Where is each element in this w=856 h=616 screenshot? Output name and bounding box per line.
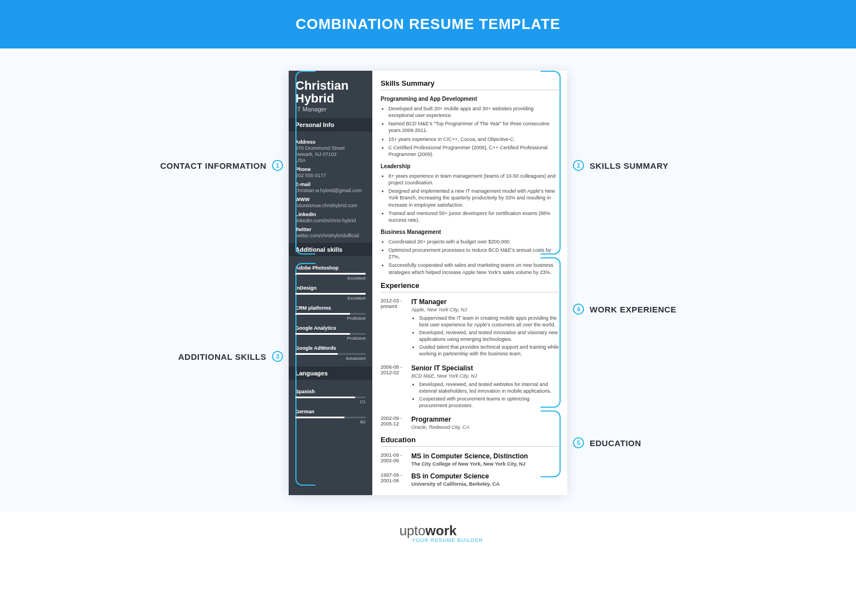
- experience-content: Senior IT SpecialistBCD M&E, New York Ci…: [411, 364, 559, 410]
- education-date: 2001-09 - 2002-06: [381, 452, 411, 467]
- education-row: 2001-09 - 2002-06MS in Computer Science,…: [381, 452, 559, 467]
- callout: 4WORK EXPERIENCE: [567, 304, 677, 315]
- resume-main: Skills Summary Programming and App Devel…: [372, 71, 567, 495]
- callout-bracket: [541, 257, 561, 408]
- education-title: MS in Computer Science, Distinction: [411, 452, 559, 460]
- education-head: Education: [381, 436, 559, 447]
- summary-item: Designed and implemented a new IT manage…: [388, 188, 559, 208]
- summary-item: Coordinated 20+ projects with a budget o…: [388, 238, 559, 245]
- experience-bullet: Guided talent that provides technical su…: [419, 344, 559, 357]
- callout-number: 1: [272, 160, 283, 171]
- canvas: CONTACT INFORMATION1ADDITIONAL SKILLS3 C…: [0, 48, 856, 512]
- experience-bullet: Developed, reviewed, and tested websites…: [419, 381, 559, 394]
- experience-body: 2012-03 - presentIT ManagerApple, New Yo…: [381, 298, 559, 430]
- callout: 5EDUCATION: [567, 437, 641, 448]
- skills-summary-head: Skills Summary: [381, 79, 559, 90]
- education-title: BS in Computer Science: [411, 472, 559, 480]
- experience-row: 2012-03 - presentIT ManagerApple, New Yo…: [381, 298, 559, 359]
- skill-bar: [295, 333, 366, 335]
- summary-subhead: Leadership: [381, 163, 559, 169]
- callout-bracket: [541, 71, 561, 255]
- callout-number: 3: [272, 351, 283, 362]
- experience-subtitle: BCD M&E, New York City, NJ: [411, 373, 559, 379]
- callouts-left: CONTACT INFORMATION1ADDITIONAL SKILLS3: [133, 71, 289, 488]
- summary-list: Developed and built 20+ mobile apps and …: [388, 105, 559, 158]
- callout: ADDITIONAL SKILLS3: [178, 351, 289, 362]
- skill-bar: [295, 353, 366, 355]
- resume: Christian Hybrid IT Manager Personal Inf…: [289, 71, 567, 495]
- summary-list: 8+ years experience in team management (…: [388, 173, 559, 223]
- callout-label: WORK EXPERIENCE: [590, 305, 677, 314]
- brand-part2: work: [425, 523, 456, 538]
- experience-content: ProgrammerOracle, Redwood City, CA: [411, 415, 559, 430]
- education-content: MS in Computer Science, DistinctionThe C…: [411, 452, 559, 467]
- education-row: 1997-09 - 2001-06BS in Computer ScienceU…: [381, 472, 559, 487]
- summary-item: Trained and mentored 50+ junior develope…: [388, 210, 559, 223]
- experience-bullet: Cooperated with procurement teams in opt…: [419, 395, 559, 409]
- summary-subhead: Programming and App Development: [381, 96, 559, 102]
- experience-bullets: Suppervised the IT team in creating mobi…: [419, 315, 559, 358]
- experience-bullet: Developed, reviewed, and tested innovati…: [419, 329, 559, 343]
- brand-part1: upto: [400, 523, 426, 538]
- callout-bracket: [295, 263, 315, 486]
- summary-item: Developed and built 20+ mobile apps and …: [388, 105, 559, 119]
- skill-bar: [295, 313, 366, 315]
- footer-tagline: YOUR RESUME BUILDER: [0, 537, 856, 543]
- callout-label: SKILLS SUMMARY: [590, 161, 668, 170]
- callout-label: CONTACT INFORMATION: [160, 161, 266, 170]
- callout-label: EDUCATION: [590, 438, 641, 448]
- callout-number: 2: [573, 160, 584, 171]
- summary-item: 8+ years experience in team management (…: [388, 173, 559, 186]
- footer-logo: uptowork: [0, 523, 856, 539]
- experience-title: Programmer: [411, 415, 559, 423]
- experience-bullet: Suppervised the IT team in creating mobi…: [419, 315, 559, 328]
- education-content: BS in Computer ScienceUniversity of Cali…: [411, 472, 559, 487]
- education-body: 2001-09 - 2002-06MS in Computer Science,…: [381, 452, 559, 487]
- skills-summary-body: Programming and App DevelopmentDeveloped…: [381, 96, 559, 276]
- summary-item: Successfully cooperated with sales and m…: [388, 262, 559, 275]
- education-subtitle: The City College of New York, New York C…: [411, 461, 559, 467]
- experience-subtitle: Apple, New York City, NJ: [411, 307, 559, 312]
- experience-subtitle: Oracle, Redwood City, CA: [411, 424, 559, 430]
- callouts-right: 2SKILLS SUMMARY4WORK EXPERIENCE5EDUCATIO…: [567, 71, 723, 488]
- summary-item: Named BCD M&E's "Top Programmer of The Y…: [388, 120, 559, 134]
- footer: uptowork YOUR RESUME BUILDER: [0, 512, 856, 554]
- callout-bracket: [541, 410, 561, 477]
- experience-row: 2006-08 - 2012-02Senior IT SpecialistBCD…: [381, 364, 559, 410]
- callout-number: 4: [573, 304, 584, 315]
- experience-date: 2006-08 - 2012-02: [381, 364, 411, 410]
- skill-bar: [295, 273, 366, 275]
- page-banner: COMBINATION RESUME TEMPLATE: [0, 0, 856, 48]
- callout: 2SKILLS SUMMARY: [567, 160, 668, 171]
- summary-item: C Certified Professional Programmer (200…: [388, 144, 559, 158]
- callout-number: 5: [573, 437, 584, 448]
- education-subtitle: University of California, Berkeley, CA: [411, 481, 559, 487]
- experience-row: 2002-09 - 2005-12ProgrammerOracle, Redwo…: [381, 415, 559, 430]
- summary-item: 15+ years experience in C/C++, Cocoa, an…: [388, 136, 559, 143]
- callout-label: ADDITIONAL SKILLS: [178, 352, 266, 361]
- skill-bar: [295, 293, 366, 295]
- skill-bar: [295, 417, 366, 418]
- experience-head: Experience: [381, 281, 559, 292]
- experience-bullets: Developed, reviewed, and tested websites…: [419, 381, 559, 409]
- summary-item: Optimized procurement processes to reduc…: [388, 247, 559, 260]
- skill-bar: [295, 397, 366, 398]
- experience-title: IT Manager: [411, 298, 559, 306]
- experience-title: Senior IT Specialist: [411, 364, 559, 372]
- experience-content: IT ManagerApple, New York City, NJSupper…: [411, 298, 559, 359]
- callout: CONTACT INFORMATION1: [160, 160, 289, 171]
- experience-date: 2002-09 - 2005-12: [381, 415, 411, 430]
- summary-subhead: Business Management: [381, 229, 559, 235]
- education-date: 1997-09 - 2001-06: [381, 472, 411, 487]
- summary-list: Coordinated 20+ projects with a budget o…: [388, 238, 559, 276]
- experience-date: 2012-03 - present: [381, 298, 411, 359]
- callout-bracket: [295, 71, 315, 255]
